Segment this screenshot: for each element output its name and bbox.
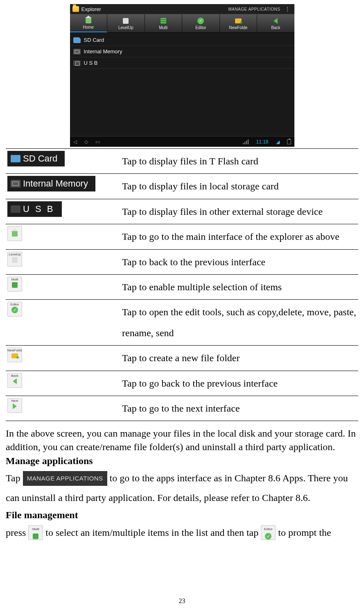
- overflow-icon: ⋮: [283, 6, 292, 12]
- explorer-screenshot: Explorer MANAGE APPLICATIONS ⋮ Home Leve…: [6, 4, 358, 147]
- multi-icon: [11, 282, 18, 288]
- multi-icon: [32, 533, 39, 540]
- editor-icon: ✓: [265, 533, 272, 540]
- legend-desc: Tap to display files in T Flash card: [120, 149, 358, 174]
- tab-back: Back: [257, 14, 294, 32]
- heading-manage-applications: Manage applications: [6, 454, 358, 467]
- usb-chip: U S B: [7, 201, 62, 217]
- legend-desc: Tap to go to the next interface: [120, 396, 358, 421]
- icon-legend-table: SD Card Tap to display files in T Flash …: [6, 148, 358, 421]
- table-row: NewFolde Tap to create a new file folder: [6, 346, 358, 371]
- nav-home-icon: ◇: [84, 139, 88, 145]
- manage-applications-label: MANAGE APPLICATIONS: [228, 7, 280, 11]
- internal-memory-chip: Internal Memory: [7, 176, 95, 191]
- legend-desc: Tap to display files in local storage ca…: [120, 174, 358, 199]
- levelup-icon: [122, 17, 129, 25]
- multi-icon: [160, 17, 167, 25]
- back-mini-icon: Back: [7, 373, 22, 388]
- nav-back-icon: ◁: [73, 139, 77, 145]
- home-icon: [85, 17, 92, 24]
- signal-icon: [243, 139, 249, 144]
- tab-levelup: LevelUp: [107, 14, 145, 32]
- storage-item-internal: Internal Memory: [70, 46, 294, 57]
- newfolder-mini-icon: NewFolde: [7, 348, 22, 362]
- explorer-icon: [72, 6, 79, 12]
- wifi-icon: ◢: [276, 139, 280, 145]
- legend-desc: Tap to back to the previous interface: [120, 249, 358, 274]
- usb-icon: [73, 60, 81, 66]
- editor-inline-icon: Editor ✓: [261, 525, 276, 540]
- sd-card-icon: [73, 37, 81, 43]
- legend-desc: Tap to open the edit tools, such as copy…: [120, 300, 358, 346]
- storage-item-usb: U S B: [70, 57, 294, 69]
- clock-label: 11:18: [256, 139, 268, 145]
- newfolder-icon: [235, 17, 242, 25]
- internal-memory-icon: [11, 180, 20, 187]
- paragraph: press Multi to select an item/multiple i…: [6, 523, 358, 542]
- legend-desc: Tap to go back to the previous interface: [120, 371, 358, 396]
- manage-applications-chip: MANAGE APPLICATIONS: [23, 471, 107, 486]
- tab-newfolder: NewFolde: [220, 14, 258, 32]
- editor-mini-icon: Editor ✓: [7, 302, 22, 317]
- tab-home: Home: [70, 14, 108, 32]
- body-text: In the above screen, you can manage your…: [6, 427, 358, 542]
- next-icon: [11, 403, 18, 410]
- screenshot-topbar: Explorer MANAGE APPLICATIONS ⋮: [70, 4, 294, 14]
- table-row: Next Tap to go to the next interface: [6, 396, 358, 421]
- page-number: 23: [0, 597, 364, 605]
- battery-icon: [287, 139, 291, 144]
- explorer-title: Explorer: [81, 6, 101, 12]
- multi-inline-icon: Multi: [28, 525, 43, 540]
- table-row: Internal Memory Tap to display files in …: [6, 174, 358, 199]
- levelup-icon: [11, 257, 18, 263]
- table-row: SD Card Tap to display files in T Flash …: [6, 149, 358, 174]
- legend-desc: Tap to display files in other external s…: [120, 199, 358, 224]
- legend-desc: Tap to create a new file folder: [120, 346, 358, 371]
- newfolder-icon: [11, 353, 18, 359]
- table-row: Multi Tap to enable multiple selection o…: [6, 274, 358, 299]
- nav-recent-icon: ▭: [95, 139, 100, 145]
- table-row: LevelUp Tap to back to the previous inte…: [6, 249, 358, 274]
- screenshot-navbar: ◁ ◇ ▭ 11:18 ◢: [70, 136, 294, 147]
- table-row: Back Tap to go back to the previous inte…: [6, 371, 358, 396]
- legend-desc: Tap to enable multiple selection of item…: [120, 274, 358, 299]
- tab-multi: Multi: [145, 14, 183, 32]
- storage-item-sdcard: SD Card: [70, 34, 294, 46]
- usb-icon: [11, 205, 20, 213]
- next-mini-icon: Next: [7, 398, 22, 413]
- table-row: Editor ✓ Tap to open the edit tools, suc…: [6, 300, 358, 346]
- internal-memory-icon: [73, 49, 81, 55]
- screenshot-frame: Explorer MANAGE APPLICATIONS ⋮ Home Leve…: [70, 4, 294, 147]
- back-icon: [11, 378, 18, 385]
- screenshot-tabs: Home LevelUp Multi ✓ Editor NewFolde Bac…: [70, 14, 294, 33]
- home-mini-icon: [7, 226, 22, 241]
- sd-card-chip: SD Card: [7, 151, 65, 166]
- paragraph: In the above screen, you can manage your…: [6, 427, 358, 453]
- home-icon: [11, 230, 18, 237]
- heading-file-management: File management: [6, 508, 358, 521]
- editor-icon: ✓: [11, 307, 18, 313]
- levelup-mini-icon: LevelUp: [7, 252, 22, 266]
- table-row: Tap to go to the main interface of the e…: [6, 224, 358, 249]
- editor-icon: ✓: [197, 17, 204, 25]
- paragraph: Tap MANAGE APPLICATIONS to go to the app…: [6, 468, 358, 508]
- tab-editor: ✓ Editor: [182, 14, 220, 32]
- legend-desc: Tap to go to the main interface of the e…: [120, 224, 358, 249]
- multi-mini-icon: Multi: [7, 277, 22, 291]
- back-icon: [272, 17, 279, 25]
- table-row: U S B Tap to display files in other exte…: [6, 199, 358, 224]
- sd-card-icon: [11, 155, 20, 162]
- screenshot-storage-list: SD Card Internal Memory U S B: [70, 33, 294, 71]
